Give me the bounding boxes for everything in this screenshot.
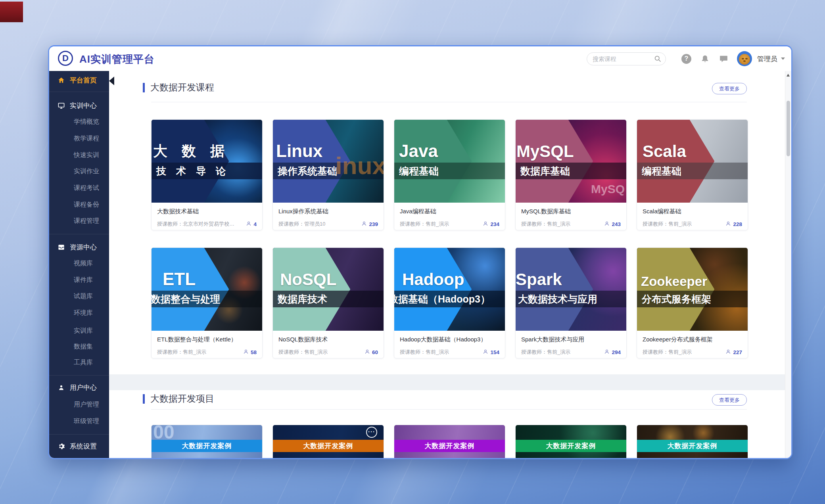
sidebar-subitem[interactable]: 快速实训 bbox=[49, 148, 109, 162]
sidebar-subitem[interactable]: 环境库 bbox=[49, 306, 109, 320]
sidebar-subitem[interactable]: 用户管理 bbox=[49, 398, 109, 411]
cover-subtitle: 大数据基础（Hadoop3） bbox=[394, 291, 490, 307]
course-card-body: Linux操作系统基础授课教师：管理员10239 bbox=[273, 203, 384, 228]
cover-watermark: MySQ bbox=[591, 182, 625, 196]
chat-icon[interactable] bbox=[718, 54, 729, 64]
scrollbar-thumb[interactable] bbox=[787, 101, 790, 156]
sidebar-subitem[interactable]: 工具库 bbox=[49, 356, 109, 369]
course-teacher: 授课教师：售前_演示 bbox=[521, 349, 570, 356]
course-name: 大数据技术基础 bbox=[157, 208, 257, 215]
cover-subtitle: 数据整合与处理 bbox=[152, 291, 220, 307]
search-icon[interactable] bbox=[654, 55, 662, 64]
user-name[interactable]: 管理员 bbox=[757, 54, 777, 63]
course-card[interactable]: ETL数据整合与处理ETL数据整合与处理（Kettle）授课教师：售前_演示58 bbox=[151, 247, 263, 358]
cover-title: MySQL bbox=[516, 135, 574, 161]
sidebar-group-user-center[interactable]: 用户中心 bbox=[49, 381, 109, 394]
course-meta-row: 授课教师：售前_演示58 bbox=[157, 349, 257, 356]
sidebar-divider bbox=[49, 92, 109, 92]
sidebar-subitem[interactable]: 课程管理 bbox=[49, 214, 109, 228]
course-card-body: Zookeeper分布式服务框架授课教师：售前_演示227 bbox=[637, 331, 748, 356]
sidebar-subitem[interactable]: 课件库 bbox=[49, 273, 109, 287]
sidebar-subitem[interactable]: 课程考试 bbox=[49, 181, 109, 195]
user-avatar[interactable] bbox=[737, 51, 752, 66]
bell-icon[interactable] bbox=[700, 54, 710, 64]
sidebar-item-label: 系统设置 bbox=[70, 442, 97, 451]
desktop-wallpaper: D AI实训管理平台 管理员 bbox=[0, 0, 825, 504]
cover-title: Scala bbox=[643, 135, 686, 161]
course-card[interactable]: 大 数 据技 术 导 论大数据技术基础授课教师：北京市对外贸易学校教...4 bbox=[151, 119, 263, 230]
cover-arrow-shape bbox=[516, 248, 593, 331]
scrollbar[interactable] bbox=[785, 71, 791, 458]
scrollbar-up-arrow[interactable] bbox=[787, 74, 790, 77]
section-header: 大数据开发课程 查看更多 bbox=[151, 81, 747, 102]
course-card-body: 大数据技术基础授课教师：北京市对外贸易学校教...4 bbox=[152, 203, 262, 228]
sidebar-subitem[interactable]: 课程备份 bbox=[49, 198, 109, 211]
project-card[interactable]: 大数据开发案例 bbox=[272, 425, 384, 458]
person-icon bbox=[483, 221, 488, 228]
more-options-icon bbox=[366, 427, 377, 438]
course-card[interactable]: Zookeeper分布式服务框架Zookeeper分布式服务框架授课教师：售前_… bbox=[637, 247, 748, 358]
course-card[interactable]: inuxLinux操作系统基础Linux操作系统基础授课教师：管理员10239 bbox=[272, 119, 384, 230]
help-icon[interactable] bbox=[681, 54, 691, 64]
course-card[interactable]: Scala编程基础Scala编程基础授课教师：售前_演示228 bbox=[637, 119, 748, 230]
cover-arrow-shape bbox=[637, 248, 714, 331]
course-card[interactable]: NoSQL数据库技术NoSQL数据库技术授课教师：售前_演示60 bbox=[272, 247, 384, 358]
sidebar-divider bbox=[49, 375, 109, 376]
course-card[interactable]: Hadoop大数据基础（Hadoop3）Hadoop大数据基础（Hadoop3）… bbox=[394, 247, 505, 358]
project-card[interactable]: 大数据开发案例 bbox=[394, 425, 505, 458]
member-count: 58 bbox=[243, 349, 257, 356]
sidebar-collapse-arrow[interactable] bbox=[109, 77, 114, 85]
header-actions: 管理员 bbox=[587, 46, 785, 71]
person-icon bbox=[365, 349, 370, 356]
member-count-value: 4 bbox=[253, 221, 257, 227]
member-count-value: 294 bbox=[612, 349, 621, 355]
course-card-body: MySQL数据库基础授课教师：售前_演示243 bbox=[516, 203, 626, 228]
sidebar-item-label: 平台首页 bbox=[70, 76, 97, 85]
cover-title: Java bbox=[399, 135, 438, 161]
cover-subtitle: 数据库技术 bbox=[278, 291, 327, 307]
caret-down-icon[interactable] bbox=[781, 57, 785, 60]
person-icon bbox=[725, 221, 731, 228]
course-card[interactable]: MySQMySQL数据库基础MySQL数据库基础授课教师：售前_演示243 bbox=[515, 119, 627, 230]
course-card[interactable]: Java编程基础Java编程基础授课教师：售前_演示234 bbox=[394, 119, 505, 230]
project-card[interactable]: 大数据开发案例 bbox=[151, 425, 263, 458]
member-count-value: 239 bbox=[369, 221, 378, 227]
sidebar-item-system-settings[interactable]: 系统设置 bbox=[49, 439, 109, 453]
course-teacher: 授课教师：售前_演示 bbox=[400, 349, 449, 356]
cover-subtitle: 技 术 导 论 bbox=[156, 163, 229, 179]
course-name: NoSQL数据库技术 bbox=[278, 336, 378, 343]
cover-title: Hadoop bbox=[402, 263, 464, 289]
course-meta-row: 授课教师：售前_演示243 bbox=[521, 220, 621, 228]
user-icon bbox=[57, 384, 65, 391]
sidebar-subitem[interactable]: 实训库 bbox=[49, 324, 109, 337]
course-card-body: ETL数据整合与处理（Kettle）授课教师：售前_演示58 bbox=[152, 331, 262, 356]
sidebar-subitem[interactable]: 实训作业 bbox=[49, 165, 109, 178]
project-card[interactable]: 大数据开发案例 bbox=[515, 425, 627, 458]
cover-arrow-shape bbox=[273, 120, 350, 203]
course-grid: 大 数 据技 术 导 论大数据技术基础授课教师：北京市对外贸易学校教...4in… bbox=[151, 119, 748, 358]
course-teacher: 授课教师：售前_演示 bbox=[278, 349, 328, 356]
sidebar-group-resource-center[interactable]: 资源中心 bbox=[49, 240, 109, 254]
sidebar-item-platform-home[interactable]: 平台首页 bbox=[49, 73, 109, 87]
course-teacher: 授课教师：售前_演示 bbox=[157, 349, 206, 356]
sidebar-subitem[interactable]: 数据集 bbox=[49, 340, 109, 353]
sidebar-subitem[interactable]: 视频库 bbox=[49, 257, 109, 270]
sidebar-subitem[interactable]: 教学课程 bbox=[49, 132, 109, 145]
member-count: 234 bbox=[483, 221, 499, 228]
course-card[interactable]: Spark大数据技术与应用Spark大数据技术与应用授课教师：售前_演示294 bbox=[515, 247, 627, 358]
project-grid: 大数据开发案例大数据开发案例大数据开发案例大数据开发案例大数据开发案例 bbox=[151, 425, 748, 458]
cover-arrow-shape bbox=[152, 248, 229, 331]
view-more-button[interactable]: 查看更多 bbox=[712, 394, 747, 406]
person-icon bbox=[243, 349, 249, 356]
sidebar-subitem[interactable]: 试题库 bbox=[49, 289, 109, 303]
cover-arrow-shape bbox=[273, 248, 350, 331]
sidebar-group-training-center[interactable]: 实训中心 bbox=[49, 99, 109, 112]
sidebar-subitem[interactable]: 班级管理 bbox=[49, 414, 109, 428]
member-count: 154 bbox=[483, 349, 499, 356]
view-more-button[interactable]: 查看更多 bbox=[712, 83, 747, 94]
project-card[interactable]: 大数据开发案例 bbox=[637, 425, 748, 458]
cover-title: Zookeeper bbox=[641, 263, 707, 289]
sidebar-subitem[interactable]: 学情概览 bbox=[49, 115, 109, 128]
course-meta-row: 授课教师：售前_演示60 bbox=[278, 349, 378, 356]
course-teacher: 授课教师：售前_演示 bbox=[643, 349, 692, 356]
